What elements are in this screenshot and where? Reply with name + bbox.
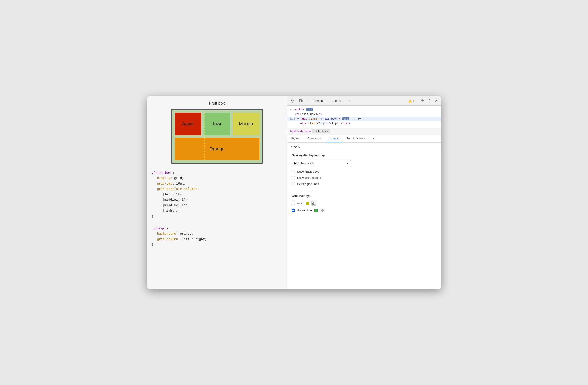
settings-icon-button[interactable]: ⚙ xyxy=(420,98,425,104)
elements-tab-top[interactable]: Elements xyxy=(310,98,328,104)
warning-icon: ⚠️ xyxy=(408,99,412,103)
html-p-tag: <p> xyxy=(295,113,300,116)
html-apple-end: </div> xyxy=(340,122,351,125)
extend-grid-lines-checkbox[interactable] xyxy=(292,182,295,185)
fruit-apple: Apple xyxy=(175,112,201,135)
fruit-box-overlay-label[interactable]: div.fruit-box xyxy=(297,209,312,212)
svg-rect-0 xyxy=(299,99,301,102)
html-apple-tag: <div xyxy=(299,122,308,125)
grid-overlays-section: Grid overlays main xyxy=(287,191,441,218)
html-apple-text: Apple xyxy=(332,122,340,125)
fruit-box-visual: Apple Kiwi Mango Orange xyxy=(171,109,263,164)
tab-styles[interactable]: Styles xyxy=(287,135,303,142)
console-tab-top[interactable]: Console xyxy=(328,98,346,104)
extend-grid-lines-label[interactable]: Extend grid lines xyxy=(297,182,319,186)
breadcrumb-body[interactable]: body xyxy=(297,130,303,133)
html-class-val: "fruit-box" xyxy=(319,117,338,121)
inspect-icon-button[interactable] xyxy=(290,98,296,104)
tab-event-listeners[interactable]: Event Listeners xyxy=(342,135,371,142)
breadcrumb-bar: html body main div.fruit-box xyxy=(287,128,441,135)
html-apple-close: > xyxy=(330,122,332,125)
layout-content: ▼ Grid Overlay display settings Hide lin… xyxy=(287,143,441,289)
breadcrumb-active[interactable]: div.fruit-box xyxy=(312,129,330,133)
fruit-mango: Mango xyxy=(232,112,259,135)
toolbar-separator xyxy=(307,98,307,104)
html-div-tag: <div xyxy=(300,117,309,121)
html-div-close: > xyxy=(338,117,340,121)
show-track-sizes-row: Show track sizes xyxy=(292,170,437,173)
svg-rect-2 xyxy=(313,202,314,203)
overlay-settings-title: Overlay display settings xyxy=(292,153,437,157)
svg-rect-1 xyxy=(301,100,302,102)
device-icon-button[interactable] xyxy=(298,98,304,104)
main-grid-icon-btn[interactable] xyxy=(311,201,316,206)
dollar-ref: == $0 xyxy=(352,117,361,121)
main-color-swatch[interactable] xyxy=(306,202,309,205)
svg-rect-3 xyxy=(314,202,315,203)
html-apple-attr: class= xyxy=(308,122,318,125)
main-grid-badge: grid xyxy=(306,108,313,111)
breadcrumb-html[interactable]: html xyxy=(290,130,296,133)
html-p-close: </p> xyxy=(315,113,322,116)
html-line-main[interactable]: ▼ <main> grid xyxy=(290,107,438,112)
more-tabs-top[interactable]: » xyxy=(345,98,354,104)
overlay-settings: Overlay display settings Hide line label… xyxy=(287,151,441,191)
left-panel: Fruit box Apple Kiwi Mango Orange .fruit… xyxy=(147,96,287,289)
code-block-orange: .orange { background: orange; grid-colum… xyxy=(152,224,282,250)
expand-div-arrow: ▼ xyxy=(297,118,299,120)
grid-section-label: Grid xyxy=(294,145,300,148)
show-track-sizes-checkbox[interactable] xyxy=(292,170,295,173)
main-overlay-label[interactable]: main xyxy=(297,201,304,205)
expand-main-arrow: ▼ xyxy=(290,108,292,111)
ellipsis-button[interactable]: ... xyxy=(290,117,295,120)
breadcrumb-main[interactable]: main xyxy=(304,130,311,133)
page-title: Fruit box xyxy=(209,101,225,106)
html-line-apple[interactable]: <div class="apple">Apple</div> xyxy=(290,121,438,126)
main-overlay-checkbox[interactable] xyxy=(292,202,295,205)
more-options-button[interactable]: ⋮ xyxy=(427,98,432,104)
top-tab-bar: Elements Console » xyxy=(310,98,405,104)
fruit-box-color-swatch[interactable] xyxy=(315,209,318,212)
html-source: ▼ <main> grid <p>Fruit box</p> ... ▼ <di… xyxy=(287,106,441,128)
tab-layout[interactable]: Layout xyxy=(325,135,342,142)
toolbar-separator-2 xyxy=(417,98,417,104)
show-track-sizes-label[interactable]: Show track sizes xyxy=(297,170,319,173)
fruit-box-overlay-checkbox[interactable] xyxy=(292,209,295,212)
devtools-toolbar: Elements Console » ⚠️ 1 ⚙ ⋮ ✕ xyxy=(287,96,441,106)
warning-badge: ⚠️ 1 xyxy=(408,99,414,103)
svg-rect-5 xyxy=(314,203,315,205)
html-line-p[interactable]: <p>Fruit box</p> xyxy=(290,112,438,117)
main-overlay-row: main xyxy=(292,201,437,206)
overlay-dropdown-row: Hide line labels Show line numbers Show … xyxy=(292,160,437,167)
html-apple-val: "apple" xyxy=(318,122,330,125)
selected-html-line[interactable]: ... ▼ <div class="fruit-box"> grid == $0 xyxy=(287,117,441,121)
grid-section-header[interactable]: ▼ Grid xyxy=(287,143,441,150)
svg-rect-4 xyxy=(313,203,314,205)
svg-rect-9 xyxy=(323,211,324,212)
fruit-grid: Apple Kiwi Mango Orange xyxy=(175,112,259,160)
html-main-tag: <main> xyxy=(294,108,304,111)
html-p-text: Fruit box xyxy=(300,113,315,116)
devtools-panel: Elements Console » ⚠️ 1 ⚙ ⋮ ✕ ▼ <main> g… xyxy=(287,96,441,289)
browser-window: Fruit box Apple Kiwi Mango Orange .fruit… xyxy=(147,96,441,289)
grid-overlays-title: Grid overlays xyxy=(292,194,437,197)
show-area-names-label[interactable]: Show area names xyxy=(297,176,321,179)
close-button[interactable]: ✕ xyxy=(434,98,439,104)
fruit-box-overlay-row: div.fruit-box xyxy=(292,208,437,213)
extend-grid-lines-row: Extend grid lines xyxy=(292,182,437,186)
grid-triangle-icon: ▼ xyxy=(290,145,293,148)
show-area-names-checkbox[interactable] xyxy=(292,176,295,179)
tab-computed[interactable]: Computed xyxy=(303,135,325,142)
html-class-attr: class= xyxy=(309,117,319,121)
fruit-box-grid-icon-btn[interactable] xyxy=(320,208,325,213)
code-block-fruit-box: .fruit-box { display: grid; grid-gap: 10… xyxy=(152,168,282,221)
svg-rect-7 xyxy=(323,209,324,210)
svg-rect-6 xyxy=(321,209,322,210)
tabs-more-icon[interactable]: » xyxy=(371,135,376,142)
fruit-kiwi: Kiwi xyxy=(204,112,230,135)
svg-rect-8 xyxy=(321,211,322,212)
line-labels-dropdown[interactable]: Hide line labels Show line numbers Show … xyxy=(292,160,351,167)
fruit-orange: Orange xyxy=(175,138,259,160)
warning-count: 1 xyxy=(413,99,414,103)
show-area-names-row: Show area names xyxy=(292,176,437,179)
